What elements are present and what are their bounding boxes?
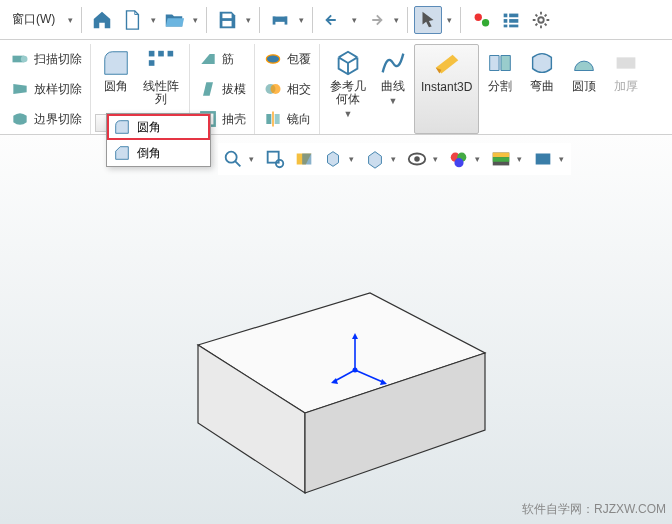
open-file-icon[interactable] <box>160 6 188 34</box>
label: 筋 <box>222 51 234 68</box>
new-file-icon[interactable] <box>118 6 146 34</box>
zoom-fit-icon[interactable] <box>220 146 246 172</box>
boundary-cut-button[interactable]: 边界切除 <box>6 107 86 131</box>
svg-rect-4 <box>276 21 285 27</box>
save-icon[interactable] <box>213 6 241 34</box>
label: 拔模 <box>222 81 246 98</box>
dropdown-icon[interactable]: ▾ <box>243 15 253 25</box>
dome-button[interactable]: 圆顶 <box>563 44 605 134</box>
window-menu[interactable]: 窗口(W) <box>4 11 63 28</box>
label: 倒角 <box>137 145 161 162</box>
svg-point-6 <box>482 19 489 26</box>
home-icon[interactable] <box>88 6 116 34</box>
dropdown-icon[interactable]: ▾ <box>444 15 454 25</box>
label: 弯曲 <box>530 80 554 93</box>
dropdown-icon[interactable]: ▾ <box>433 154 443 164</box>
zoom-area-icon[interactable] <box>262 146 288 172</box>
draft-button[interactable]: 拔模 <box>194 77 250 101</box>
flyout-fillet[interactable]: 圆角 <box>107 114 210 140</box>
wrap-button[interactable]: 包覆 <box>259 47 315 71</box>
label: 扫描切除 <box>34 51 82 68</box>
label: 抽壳 <box>222 111 246 128</box>
scene-icon[interactable] <box>488 146 514 172</box>
svg-rect-1 <box>223 20 232 25</box>
ribbon-group-5: 参考几 何体▼ 曲线▼ Instant3D 分割 弯曲 圆顶 加厚 <box>320 44 651 134</box>
thicken-button[interactable]: 加厚 <box>605 44 647 134</box>
intersect-button[interactable]: 相交 <box>259 77 315 101</box>
svg-rect-37 <box>493 153 510 158</box>
svg-point-23 <box>271 84 281 94</box>
svg-point-32 <box>414 156 420 162</box>
dropdown-icon[interactable]: ▾ <box>391 15 401 25</box>
main-toolbar: 窗口(W) ▾ ▾ ▾ ▾ ▾ ▾ ▾ ▾ <box>0 0 672 40</box>
label: 圆角 <box>137 119 161 136</box>
linear-pattern-button[interactable]: 线性阵 列 <box>137 44 185 116</box>
render-icon[interactable] <box>530 146 556 172</box>
rebuild-icon[interactable] <box>467 6 495 34</box>
label: 镜向 <box>287 111 311 128</box>
ribbon-group-cut: 扫描切除 放样切除 边界切除 <box>2 44 91 134</box>
undo-icon[interactable] <box>319 6 347 34</box>
svg-rect-39 <box>536 154 551 165</box>
svg-rect-10 <box>509 19 518 23</box>
svg-rect-16 <box>158 51 164 57</box>
ribbon-toolbar: 扫描切除 放样切除 边界切除 圆角 线性阵 列 ▼ 筋 拔模 抽壳 包覆 相交 … <box>0 40 672 135</box>
svg-rect-25 <box>617 57 636 68</box>
svg-line-27 <box>235 161 241 167</box>
label: 参考几 何体 <box>330 80 366 106</box>
dropdown-icon[interactable]: ▾ <box>296 15 306 25</box>
dropdown-icon[interactable]: ▾ <box>190 15 200 25</box>
svg-rect-7 <box>504 13 508 17</box>
flex-button[interactable]: 弯曲 <box>521 44 563 134</box>
settings-gear-icon[interactable] <box>527 6 555 34</box>
view-context-toolbar: ▾ ▾ ▾ ▾ ▾ ▾ ▾ <box>218 143 571 175</box>
svg-rect-15 <box>149 51 155 57</box>
3d-viewport[interactable] <box>0 135 672 524</box>
svg-point-49 <box>353 368 358 373</box>
sweep-cut-button[interactable]: 扫描切除 <box>6 47 86 71</box>
dropdown-icon[interactable]: ▾ <box>391 154 401 164</box>
svg-point-5 <box>475 13 482 20</box>
dropdown-icon[interactable]: ▾ <box>249 154 259 164</box>
label: 包覆 <box>287 51 311 68</box>
dropdown-icon[interactable]: ▾ <box>349 15 359 25</box>
dropdown-icon[interactable]: ▾ <box>148 15 158 25</box>
appearance-icon[interactable] <box>446 146 472 172</box>
svg-rect-0 <box>223 13 232 18</box>
fillet-flyout-menu: 圆角 倒角 <box>106 113 211 167</box>
flyout-chamfer[interactable]: 倒角 <box>107 140 210 166</box>
list-icon[interactable] <box>497 6 525 34</box>
instant3d-button[interactable]: Instant3D <box>414 44 479 134</box>
dropdown-icon[interactable]: ▾ <box>349 154 359 164</box>
dropdown-icon[interactable]: ▾ <box>65 15 75 25</box>
ref-geometry-button[interactable]: 参考几 何体▼ <box>324 44 372 134</box>
rib-button[interactable]: 筋 <box>194 47 238 71</box>
label: 边界切除 <box>34 111 82 128</box>
svg-rect-3 <box>276 11 285 16</box>
svg-rect-18 <box>149 60 155 66</box>
print-icon[interactable] <box>266 6 294 34</box>
split-button[interactable]: 分割 <box>479 44 521 134</box>
label: 曲线 <box>381 80 405 93</box>
dropdown-icon[interactable]: ▾ <box>475 154 485 164</box>
select-arrow-icon[interactable] <box>414 6 442 34</box>
dropdown-icon[interactable]: ▾ <box>559 154 569 164</box>
redo-icon[interactable] <box>361 6 389 34</box>
display-style-icon[interactable] <box>362 146 388 172</box>
svg-rect-8 <box>509 13 518 17</box>
label: 圆顶 <box>572 80 596 93</box>
label: 圆角 <box>104 80 128 93</box>
loft-cut-button[interactable]: 放样切除 <box>6 77 86 101</box>
label: 相交 <box>287 81 311 98</box>
hide-show-icon[interactable] <box>404 146 430 172</box>
curves-button[interactable]: 曲线▼ <box>372 44 414 134</box>
dropdown-icon[interactable]: ▾ <box>517 154 527 164</box>
ribbon-group-4: 包覆 相交 镜向 <box>255 44 320 134</box>
mirror-button[interactable]: 镜向 <box>259 107 315 131</box>
section-view-icon[interactable] <box>291 146 317 172</box>
view-orientation-icon[interactable] <box>320 146 346 172</box>
label: 加厚 <box>614 80 638 93</box>
fillet-button[interactable]: 圆角 <box>95 44 137 116</box>
3d-box-model <box>198 293 485 493</box>
svg-point-35 <box>454 158 463 167</box>
